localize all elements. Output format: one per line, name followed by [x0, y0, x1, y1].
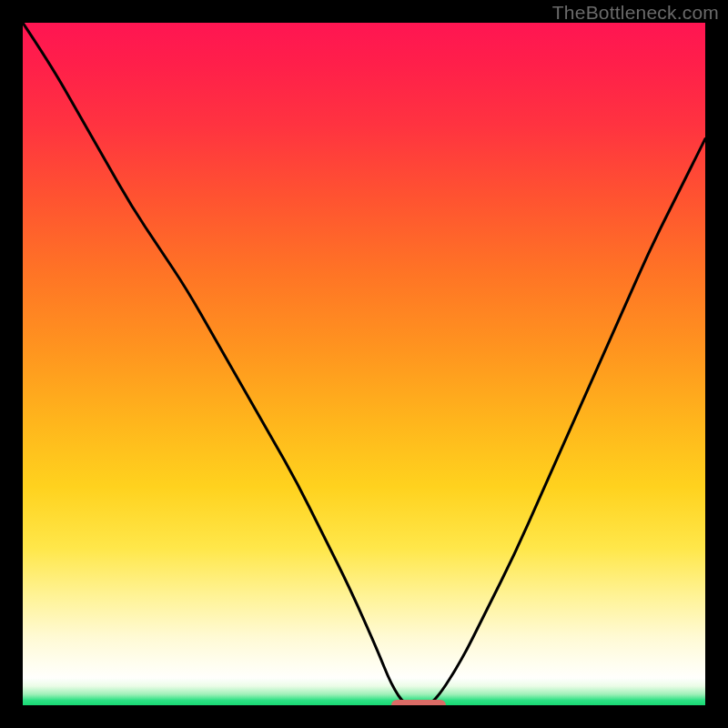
plot-area	[23, 23, 705, 705]
bottleneck-curve-svg	[23, 23, 705, 705]
bottleneck-curve-path	[23, 23, 705, 705]
minimum-marker	[391, 700, 446, 705]
watermark-text: TheBottleneck.com	[552, 2, 719, 24]
chart-frame: TheBottleneck.com	[0, 0, 728, 728]
